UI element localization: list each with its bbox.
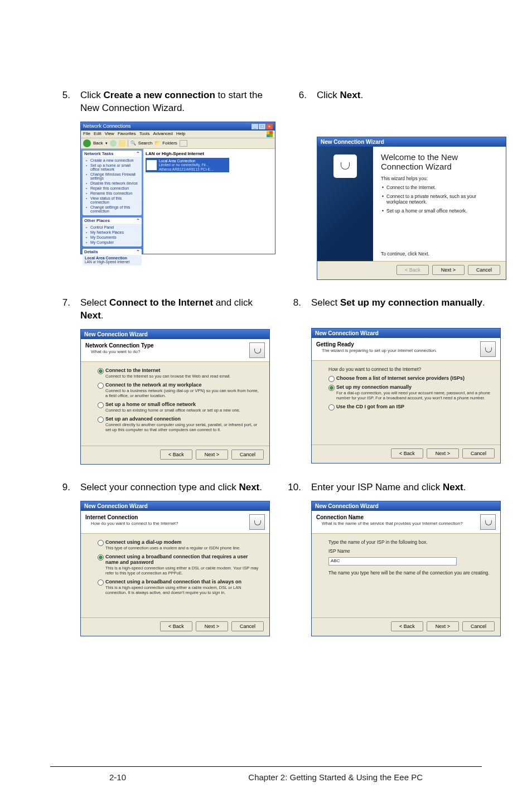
option-cd[interactable]: Use the CD I got from an ISP [328,404,490,409]
option-isp-list[interactable]: Choose from a list of Internet service p… [328,375,490,381]
views-icon[interactable] [180,140,187,147]
step-7-text: Select Connect to the Internet and click… [80,297,270,322]
option-home-network[interactable]: Set up a home or small office networkCon… [98,402,259,413]
back-label[interactable]: Back [93,141,103,146]
opt-sub: This type of connection uses a modem and… [105,545,259,550]
opt-title: Set up my connection manually [336,384,412,390]
maximize-icon[interactable]: □ [259,124,265,129]
isp-note: The name you type here will be the name … [328,570,490,576]
option-manual[interactable]: Set up my connection manuallyFor a dial-… [328,384,490,400]
task-create-new-connection[interactable]: Create a new connection [85,158,139,163]
menu-tools[interactable]: Tools [139,131,150,137]
cancel-button[interactable]: Cancel [462,621,495,631]
search-icon[interactable]: 🔍 [130,141,136,146]
collapse-icon[interactable]: ⌃ [136,151,140,156]
option-connect-internet[interactable]: Connect to the InternetConnect to the In… [98,368,259,379]
wizard-header-sub: What is the name of the service that pro… [316,521,463,526]
wizard-welcome: New Connection Wizard Welcome to the New… [317,137,506,280]
back-button: < Back [396,265,429,275]
back-button[interactable]: < Back [160,621,192,631]
place-control-panel[interactable]: Control Panel [85,225,139,230]
wizard-titlebar: New Connection Wizard [317,137,506,147]
page-footer: 2-10 Chapter 2: Getting Started & Using … [50,766,482,782]
forward-icon[interactable] [110,140,117,147]
menu-view[interactable]: View [105,131,114,137]
place-my-computer[interactable]: My Computer [85,240,139,245]
opt-title: Connect to the Internet [105,368,161,373]
opt-sub: Connect to the Internet so you can brows… [105,374,259,379]
cancel-button[interactable]: Cancel [462,448,495,458]
step-5-bold: Create a new connection [104,90,215,100]
minimize-icon[interactable]: _ [252,124,258,129]
detail-type: LAN or High-Speed Internet [85,260,139,264]
isp-name-input[interactable]: ABC [328,557,457,566]
isp-label-text: Type the name of your ISP in the followi… [328,539,490,545]
up-icon[interactable] [119,140,125,147]
place-network-places[interactable]: My Network Places [85,230,139,235]
next-button[interactable]: Next > [196,450,228,460]
back-button[interactable]: < Back [160,450,192,460]
panel-title-details: Details [84,249,98,254]
option-broadband-always[interactable]: Connect using a broadband connection tha… [98,579,259,595]
menu-favorites[interactable]: Favorites [118,131,136,137]
network-connections-window: Network Connections _□× File Edit View F… [80,122,275,254]
wizard-icon [333,154,357,178]
wizard-header-title: Connection Name [316,514,463,520]
cancel-button[interactable]: Cancel [231,450,264,460]
wizard-header-sub: The wizard is preparing to set up your I… [316,348,437,353]
collapse-icon[interactable]: ⌃ [136,218,140,223]
page-content: 5. Click Create a new connection to star… [0,0,532,653]
opt-title: Connect to the network at my workplace [105,382,202,388]
lan-connection-item[interactable]: 🖥 Local Area Connection Limited or no co… [146,158,229,172]
step-8-number: 8. [287,297,301,310]
cancel-button[interactable]: Cancel [231,621,264,631]
next-button[interactable]: Next > [432,265,465,275]
panel-network-tasks: Network Tasks⌃ Create a new connection S… [83,151,142,215]
window-toolbar[interactable]: Back ▾ 🔍 Search 📁 Folders [81,138,275,149]
opt-title: Choose from a list of Internet service p… [336,375,465,381]
wizard-header-title: Getting Ready [316,341,437,347]
back-icon[interactable] [83,139,91,147]
next-button[interactable]: Next > [427,621,459,631]
next-button[interactable]: Next > [196,621,228,631]
place-my-documents[interactable]: My Documents [85,235,139,240]
option-dialup[interactable]: Connect using a dial-up modemThis type o… [98,539,259,550]
wizard-header-sub: How do you want to connect to the Intern… [85,521,178,526]
window-controls[interactable]: _□× [251,123,273,129]
search-label[interactable]: Search [138,141,152,146]
b: Connect to the Internet [109,297,213,308]
menu-advanced[interactable]: Advanced [153,131,173,137]
b: Set up my connection manually [340,297,482,308]
b: Next [239,482,259,492]
step-6: 6. Click Next. [292,89,506,102]
back-button[interactable]: < Back [391,621,423,631]
task-rename[interactable]: Rename this connection [85,191,139,196]
collapse-icon[interactable]: ⌃ [136,249,140,254]
back-button[interactable]: < Back [391,448,423,458]
cancel-button[interactable]: Cancel [468,265,500,275]
task-status[interactable]: View status of this connection [85,196,139,205]
folders-icon[interactable]: 📁 [154,141,160,146]
option-advanced[interactable]: Set up an advanced connectionConnect dir… [98,416,259,432]
menu-file[interactable]: File [83,131,90,137]
folders-label[interactable]: Folders [162,141,177,146]
task-settings[interactable]: Change settings of this connection [85,205,139,214]
menu-edit[interactable]: Edit [94,131,101,137]
menu-help[interactable]: Help [176,131,185,137]
task-repair[interactable]: Repair this connection [85,186,139,191]
task-firewall[interactable]: Change Windows Firewall settings [85,172,139,181]
close-icon[interactable]: × [266,124,273,129]
wizard-heading: Welcome to the New Connection Wizard [381,152,498,171]
option-workplace[interactable]: Connect to the network at my workplaceCo… [98,382,259,398]
window-menubar[interactable]: File Edit View Favorites Tools Advanced … [81,131,275,138]
step-8: 8. Select Set up my connection manually. [287,297,501,310]
wizard-titlebar: New Connection Wizard [81,501,269,511]
option-broadband-pw[interactable]: Connect using a broadband connection tha… [98,554,259,576]
t: . [101,310,104,321]
step-7-number: 7. [56,297,70,322]
row-steps-7-8: 7. Select Connect to the Internet and cl… [56,297,476,481]
task-setup-network[interactable]: Set up a home or small office network [85,163,139,172]
step-10-text: Enter your ISP Name and click Next. [311,481,466,494]
task-disable[interactable]: Disable this network device [85,181,139,186]
next-button[interactable]: Next > [427,448,459,458]
